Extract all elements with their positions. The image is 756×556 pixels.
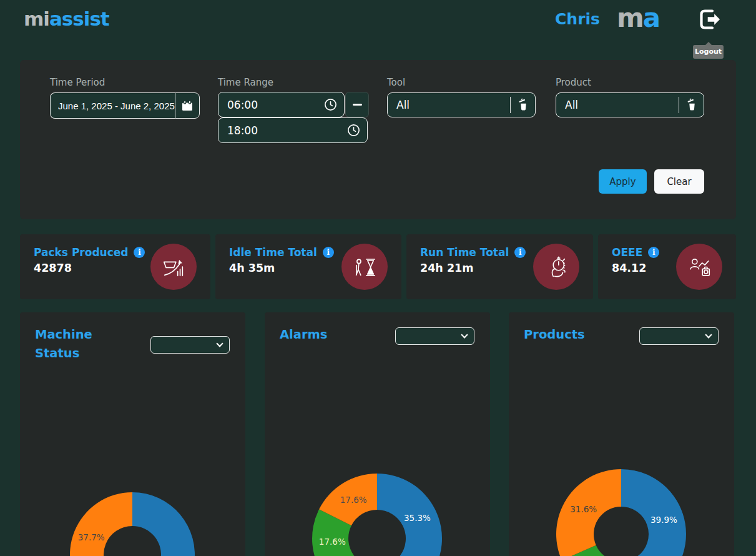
oeee-icon (685, 253, 713, 280)
kpi-title: Packs Produced (34, 246, 128, 259)
kpi-icon-circle (533, 244, 579, 290)
info-icon[interactable]: i (514, 247, 526, 258)
svg-text:17.6%: 17.6% (319, 537, 346, 547)
time-period-group (50, 92, 200, 119)
machine-status-donut-chart[interactable]: 37.7% (20, 312, 245, 556)
app-logo: miassist (24, 7, 109, 30)
svg-text:37.7%: 37.7% (78, 532, 105, 542)
logout-button[interactable] (693, 5, 724, 35)
divider (510, 97, 511, 113)
tool-select[interactable]: All (387, 92, 536, 117)
alarms-panel: Alarms 35.3%17.6%17.6% (265, 312, 490, 556)
time-period-input[interactable] (50, 92, 175, 119)
kpi-card-oeee: OEEEi 84.12 (598, 234, 736, 299)
minus-icon (353, 104, 362, 106)
apply-button[interactable]: Apply (599, 169, 647, 194)
idle-time-icon (351, 253, 378, 280)
clear-selection-icon[interactable] (516, 98, 531, 112)
info-icon[interactable]: i (323, 247, 334, 258)
packs-produced-icon (160, 253, 187, 280)
product-select-value: All (565, 99, 578, 111)
logo-text-assist: assist (49, 7, 109, 30)
calendar-button[interactable] (175, 92, 200, 119)
product-label: Product (556, 77, 591, 88)
svg-text:35.3%: 35.3% (404, 513, 431, 523)
logout-icon (694, 5, 724, 34)
run-time-icon (542, 253, 570, 280)
products-donut-chart[interactable]: 39.9%31.6% (509, 312, 734, 556)
kpi-icon-circle (150, 244, 197, 290)
time-range-label: Time Range (218, 77, 273, 88)
dashboard-page: miassist Chris ma Logout Time Period Tim… (0, 0, 756, 556)
time-range-end-value: 18:00 (227, 124, 258, 137)
ma-logo: ma (617, 2, 659, 33)
time-range-start[interactable]: 06:00 (218, 92, 345, 117)
clock-icon[interactable] (346, 123, 361, 137)
time-range-start-value: 06:00 (227, 99, 258, 111)
kpi-title: Run Time Total (420, 246, 509, 259)
kpi-title: OEEE (612, 246, 642, 259)
svg-text:17.6%: 17.6% (340, 495, 367, 505)
products-panel: Products 39.9%31.6% (509, 312, 734, 556)
product-select[interactable]: All (556, 92, 704, 117)
divider (679, 97, 679, 113)
kpi-card-run-time: Run Time Totali 24h 21m (406, 234, 593, 299)
time-period-label: Time Period (50, 77, 105, 88)
tool-label: Tool (387, 77, 405, 88)
logo-text-mi: mi (24, 7, 49, 30)
filter-panel: Time Period Time Range 06:00 18:00 (20, 60, 736, 219)
alarms-donut-chart[interactable]: 35.3%17.6%17.6% (265, 312, 490, 556)
logout-tooltip: Logout (693, 45, 724, 59)
remove-time-range-button[interactable] (345, 92, 369, 117)
clock-icon[interactable] (323, 97, 338, 112)
tool-select-value: All (396, 99, 410, 111)
user-name[interactable]: Chris (555, 10, 600, 28)
kpi-card-idle-time: Idle Time Totali 4h 35m (215, 234, 401, 299)
svg-text:31.6%: 31.6% (570, 504, 597, 514)
clear-selection-icon[interactable] (685, 98, 699, 112)
kpi-icon-circle (676, 244, 722, 290)
info-icon[interactable]: i (134, 247, 145, 258)
kpi-card-packs-produced: Packs Producedi 42878 (20, 234, 210, 299)
machine-status-panel: Machine Status 37.7% (20, 312, 245, 556)
svg-text:39.9%: 39.9% (650, 515, 677, 525)
info-icon[interactable]: i (648, 247, 659, 258)
calendar-icon (181, 99, 194, 112)
clear-button[interactable]: Clear (654, 169, 704, 194)
kpi-title: Idle Time Total (229, 246, 317, 259)
time-range-end[interactable]: 18:00 (218, 117, 368, 143)
kpi-icon-circle (341, 244, 388, 290)
